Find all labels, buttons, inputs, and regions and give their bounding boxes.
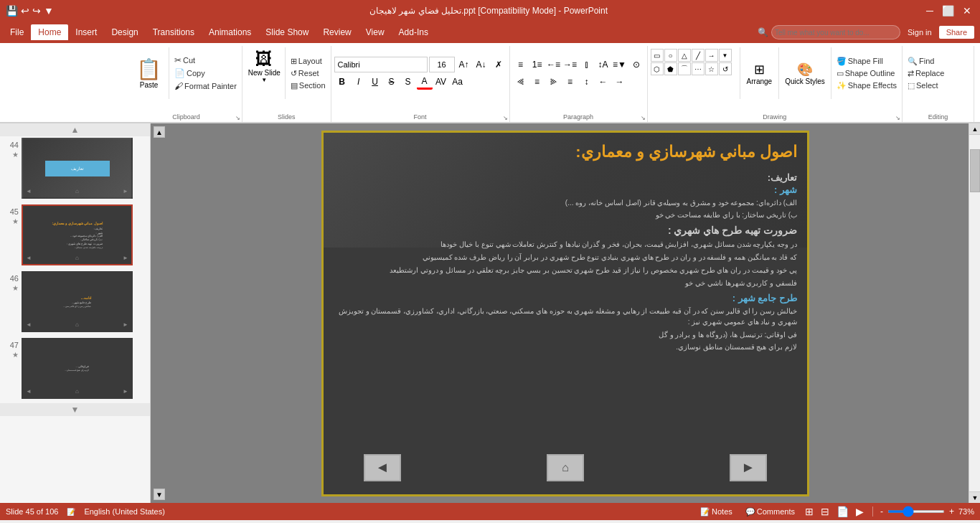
align-text-button[interactable]: ≡▼: [612, 57, 628, 72]
shape-fill-button[interactable]: 🪣 Shape Fill: [834, 56, 899, 67]
layout-button[interactable]: ⊞ Layout: [288, 56, 328, 67]
change-case-button[interactable]: Aa: [450, 74, 466, 90]
select-button[interactable]: ⬚ Select: [905, 80, 971, 91]
scroll-thumb[interactable]: [970, 149, 980, 192]
zoom-slider[interactable]: [887, 510, 945, 513]
quick-styles-button[interactable]: 🎨 Quick Styles: [782, 60, 828, 87]
menu-insert[interactable]: Insert: [68, 24, 104, 40]
shape3[interactable]: ⬟: [664, 62, 677, 75]
menu-file[interactable]: File: [3, 24, 31, 40]
character-spacing-button[interactable]: AV: [433, 74, 449, 90]
bullets-button[interactable]: ≡: [513, 57, 529, 72]
menu-review[interactable]: Review: [316, 24, 358, 40]
ltr-button[interactable]: →: [612, 74, 628, 90]
section-button[interactable]: ▤ Section: [288, 80, 328, 91]
font-expand[interactable]: ↘: [503, 115, 508, 121]
view-normal-icon[interactable]: ⊞: [804, 506, 815, 517]
decrease-indent-button[interactable]: ←≡: [546, 57, 562, 72]
clipboard-expand[interactable]: ↘: [235, 115, 240, 121]
view-reading-icon[interactable]: 📄: [835, 506, 850, 517]
slide-canvas[interactable]: اصول مباني شهرسازي و معماري: تعاريف: شهر…: [321, 131, 809, 496]
triangle-shape[interactable]: △: [678, 49, 691, 62]
shape5[interactable]: ⋯: [692, 62, 705, 75]
thumb-47[interactable]: في اوقاتي... لازم براي هيچ قسمستان... ◄ …: [22, 338, 133, 399]
menu-home[interactable]: Home: [31, 24, 68, 40]
menu-addins[interactable]: Add-Ins: [392, 24, 435, 40]
line-spacing-button[interactable]: ↕: [579, 74, 595, 90]
arrange-button[interactable]: ⊞ Arrange: [743, 60, 776, 88]
nav-home-button[interactable]: ⌂: [547, 454, 584, 481]
thumb-46[interactable]: ادامه... طرح جامع شهر... خيالش رسن را اي…: [22, 271, 133, 332]
shape-effects-button[interactable]: ✨ Shape Effects: [834, 80, 899, 91]
strikethrough-button[interactable]: S: [384, 74, 400, 90]
thumb-44[interactable]: تعاريف ◄ ⌂ ►: [22, 138, 133, 199]
undo-icon[interactable]: ↩: [21, 5, 29, 17]
share-button[interactable]: Share: [939, 26, 974, 39]
circle-shape[interactable]: ○: [664, 49, 677, 62]
sign-in-button[interactable]: Sign in: [900, 25, 939, 39]
customize-icon[interactable]: ▼: [44, 5, 54, 17]
align-left-button[interactable]: ⫷: [513, 74, 529, 90]
canvas-scroll-up[interactable]: ▲: [154, 126, 165, 138]
shape2[interactable]: ⬡: [651, 62, 664, 75]
scroll-up-button[interactable]: ▲: [969, 123, 980, 135]
tell-me-input[interactable]: [771, 25, 900, 39]
center-button[interactable]: ≡: [529, 74, 545, 90]
italic-button[interactable]: I: [351, 74, 367, 90]
new-slide-button[interactable]: 🖼 New Slide ▼: [245, 47, 286, 99]
increase-font-button[interactable]: A↑: [456, 57, 472, 72]
rtl-button[interactable]: ←: [595, 74, 611, 90]
thumb-45[interactable]: اصول مباني شهرسازي و معماري: تعاريف: شهر…: [22, 204, 133, 265]
columns-button[interactable]: ⫿: [579, 57, 595, 72]
scroll-down-button[interactable]: ▼: [969, 491, 980, 503]
slide-thumbnail-44[interactable]: 44 ★ تعاريف ◄ ⌂ ►: [0, 136, 150, 200]
copy-button[interactable]: 📄 Copy: [172, 67, 239, 79]
panel-scroll-down[interactable]: ▼: [0, 403, 150, 416]
increase-indent-button[interactable]: →≡: [562, 57, 578, 72]
shape4[interactable]: ⌒: [678, 62, 691, 75]
decrease-font-button[interactable]: A↓: [473, 57, 489, 72]
clear-format-button[interactable]: ✗: [491, 57, 507, 72]
nav-next-button[interactable]: ►: [730, 454, 767, 481]
underline-button[interactable]: U: [367, 74, 383, 90]
reset-button[interactable]: ↺ Reset: [288, 68, 328, 79]
bold-button[interactable]: B: [334, 74, 350, 90]
format-painter-button[interactable]: 🖌 Format Painter: [172, 80, 239, 92]
nav-prev-button[interactable]: ◄: [364, 454, 401, 481]
replace-button[interactable]: ⇄ Replace: [905, 68, 971, 79]
minimize-icon[interactable]: ─: [923, 5, 936, 17]
shape7[interactable]: ↺: [719, 62, 732, 75]
numbering-button[interactable]: 1≡: [529, 57, 545, 72]
drawing-expand[interactable]: ↘: [895, 115, 900, 121]
arrow-shape[interactable]: →: [705, 49, 718, 62]
shape6[interactable]: ☆: [705, 62, 718, 75]
justify-button[interactable]: ≡: [562, 74, 578, 90]
more-shapes[interactable]: ▼: [719, 49, 732, 62]
slide-thumbnail-46[interactable]: 46 ★ ادامه... طرح جامع شهر... خيالش رسن …: [0, 270, 150, 334]
close-icon[interactable]: ✕: [960, 5, 974, 17]
rect-shape[interactable]: ▭: [651, 49, 664, 62]
canvas-scroll-down[interactable]: ▼: [154, 489, 165, 500]
notes-button[interactable]: 📝 Notes: [696, 506, 737, 518]
menu-view[interactable]: View: [359, 24, 392, 40]
comments-button[interactable]: 💬 Comments: [741, 506, 799, 518]
font-name-input[interactable]: [334, 57, 428, 72]
maximize-icon[interactable]: ⬜: [939, 5, 957, 17]
cut-button[interactable]: ✂ Cut: [172, 55, 239, 66]
save-icon[interactable]: 💾: [6, 5, 18, 17]
panel-scroll-up[interactable]: ▲: [0, 123, 150, 136]
menu-design[interactable]: Design: [104, 24, 145, 40]
menu-animations[interactable]: Animations: [202, 24, 258, 40]
line-shape[interactable]: ╱: [692, 49, 705, 62]
paste-button[interactable]: 📋 Paste: [133, 56, 164, 90]
find-button[interactable]: 🔍 Find: [905, 56, 971, 67]
zoom-out-icon[interactable]: -: [880, 506, 883, 517]
convert-smartart-button[interactable]: ⊙: [628, 57, 644, 72]
shadow-button[interactable]: S: [400, 74, 416, 90]
zoom-in-icon[interactable]: +: [949, 506, 954, 517]
paragraph-expand[interactable]: ↘: [641, 115, 646, 121]
font-size-input[interactable]: [429, 57, 455, 72]
shape-outline-button[interactable]: ▭ Shape Outline: [834, 68, 899, 79]
menu-slideshow[interactable]: Slide Show: [258, 24, 316, 40]
slide-thumbnail-47[interactable]: 47 ★ في اوقاتي... لازم براي هيچ قسمستان.…: [0, 336, 150, 400]
